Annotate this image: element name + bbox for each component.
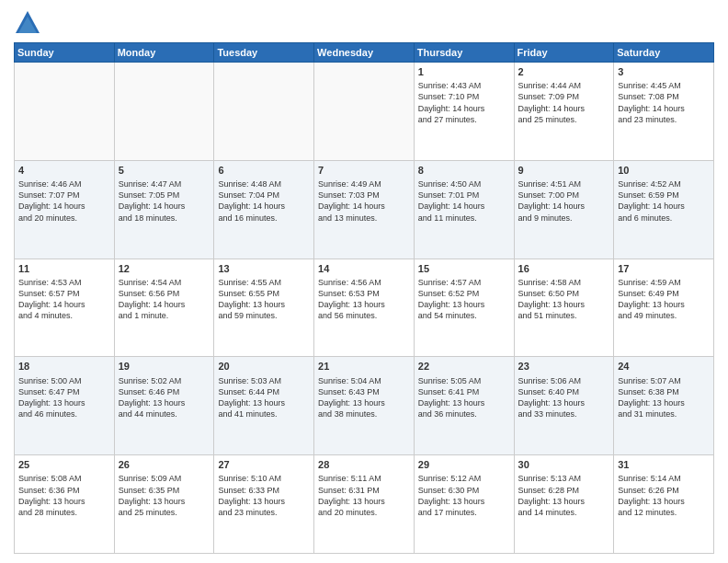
calendar-header-saturday: Saturday bbox=[614, 43, 714, 63]
day-number: 27 bbox=[218, 458, 310, 471]
header bbox=[14, 9, 714, 37]
day-info: Sunrise: 5:09 AM Sunset: 6:35 PM Dayligh… bbox=[119, 473, 210, 518]
day-info: Sunrise: 4:49 AM Sunset: 7:03 PM Dayligh… bbox=[318, 178, 410, 224]
calendar-cell: 6Sunrise: 4:48 AM Sunset: 7:04 PM Daylig… bbox=[214, 160, 314, 259]
day-number: 13 bbox=[218, 262, 310, 275]
calendar-cell: 14Sunrise: 4:56 AM Sunset: 6:53 PM Dayli… bbox=[314, 259, 415, 357]
day-number: 25 bbox=[18, 458, 110, 471]
calendar-cell: 4Sunrise: 4:46 AM Sunset: 7:07 PM Daylig… bbox=[15, 160, 115, 259]
day-number: 3 bbox=[618, 65, 710, 78]
calendar-table: SundayMondayTuesdayWednesdayThursdayFrid… bbox=[14, 42, 714, 554]
calendar-cell: 25Sunrise: 5:08 AM Sunset: 6:36 PM Dayli… bbox=[15, 455, 115, 554]
day-number: 1 bbox=[418, 65, 510, 78]
day-number: 21 bbox=[318, 360, 410, 373]
calendar-cell: 1Sunrise: 4:43 AM Sunset: 7:10 PM Daylig… bbox=[414, 63, 514, 161]
day-number: 30 bbox=[518, 458, 610, 471]
calendar-cell: 20Sunrise: 5:03 AM Sunset: 6:44 PM Dayli… bbox=[214, 357, 314, 455]
calendar-cell bbox=[114, 63, 214, 161]
calendar-header-wednesday: Wednesday bbox=[314, 43, 415, 63]
calendar-cell: 10Sunrise: 4:52 AM Sunset: 6:59 PM Dayli… bbox=[614, 160, 714, 259]
day-info: Sunrise: 5:03 AM Sunset: 6:44 PM Dayligh… bbox=[218, 375, 310, 420]
day-number: 23 bbox=[518, 360, 610, 373]
calendar-cell: 27Sunrise: 5:10 AM Sunset: 6:33 PM Dayli… bbox=[214, 455, 314, 554]
calendar-header-thursday: Thursday bbox=[414, 43, 514, 63]
calendar-cell: 2Sunrise: 4:44 AM Sunset: 7:09 PM Daylig… bbox=[514, 63, 614, 161]
calendar-cell: 17Sunrise: 4:59 AM Sunset: 6:49 PM Dayli… bbox=[614, 259, 714, 357]
day-info: Sunrise: 5:07 AM Sunset: 6:38 PM Dayligh… bbox=[618, 375, 710, 420]
day-info: Sunrise: 5:06 AM Sunset: 6:40 PM Dayligh… bbox=[518, 375, 610, 420]
day-info: Sunrise: 4:47 AM Sunset: 7:05 PM Dayligh… bbox=[119, 178, 210, 224]
calendar-cell: 5Sunrise: 4:47 AM Sunset: 7:05 PM Daylig… bbox=[114, 160, 214, 259]
day-number: 14 bbox=[318, 262, 410, 275]
calendar-cell: 9Sunrise: 4:51 AM Sunset: 7:00 PM Daylig… bbox=[514, 160, 614, 259]
day-number: 28 bbox=[318, 458, 410, 471]
calendar-cell bbox=[214, 63, 314, 161]
calendar-cell bbox=[314, 63, 415, 161]
page: SundayMondayTuesdayWednesdayThursdayFrid… bbox=[0, 0, 728, 563]
day-info: Sunrise: 5:11 AM Sunset: 6:31 PM Dayligh… bbox=[318, 473, 410, 518]
calendar-header-row: SundayMondayTuesdayWednesdayThursdayFrid… bbox=[15, 43, 714, 63]
calendar-cell: 23Sunrise: 5:06 AM Sunset: 6:40 PM Dayli… bbox=[514, 357, 614, 455]
day-info: Sunrise: 4:44 AM Sunset: 7:09 PM Dayligh… bbox=[518, 80, 610, 125]
day-number: 5 bbox=[119, 164, 210, 177]
day-number: 29 bbox=[418, 458, 510, 471]
calendar-header-sunday: Sunday bbox=[15, 43, 115, 63]
day-number: 19 bbox=[119, 360, 210, 373]
day-info: Sunrise: 4:59 AM Sunset: 6:49 PM Dayligh… bbox=[618, 277, 710, 322]
day-info: Sunrise: 4:54 AM Sunset: 6:56 PM Dayligh… bbox=[119, 277, 210, 322]
day-info: Sunrise: 5:08 AM Sunset: 6:36 PM Dayligh… bbox=[18, 473, 110, 518]
calendar-cell: 30Sunrise: 5:13 AM Sunset: 6:28 PM Dayli… bbox=[514, 455, 614, 554]
day-number: 24 bbox=[618, 360, 710, 373]
day-info: Sunrise: 5:13 AM Sunset: 6:28 PM Dayligh… bbox=[518, 473, 610, 518]
day-info: Sunrise: 4:51 AM Sunset: 7:00 PM Dayligh… bbox=[518, 178, 610, 224]
calendar-cell: 31Sunrise: 5:14 AM Sunset: 6:26 PM Dayli… bbox=[614, 455, 714, 554]
calendar-cell: 21Sunrise: 5:04 AM Sunset: 6:43 PM Dayli… bbox=[314, 357, 415, 455]
calendar-cell: 3Sunrise: 4:45 AM Sunset: 7:08 PM Daylig… bbox=[614, 63, 714, 161]
day-info: Sunrise: 4:55 AM Sunset: 6:55 PM Dayligh… bbox=[218, 277, 310, 322]
day-number: 10 bbox=[618, 164, 710, 177]
day-info: Sunrise: 4:58 AM Sunset: 6:50 PM Dayligh… bbox=[518, 277, 610, 322]
calendar-cell: 22Sunrise: 5:05 AM Sunset: 6:41 PM Dayli… bbox=[414, 357, 514, 455]
calendar-week-2: 4Sunrise: 4:46 AM Sunset: 7:07 PM Daylig… bbox=[15, 160, 714, 259]
day-info: Sunrise: 4:56 AM Sunset: 6:53 PM Dayligh… bbox=[318, 277, 410, 322]
day-number: 8 bbox=[418, 164, 510, 177]
calendar-cell: 29Sunrise: 5:12 AM Sunset: 6:30 PM Dayli… bbox=[414, 455, 514, 554]
calendar-cell: 28Sunrise: 5:11 AM Sunset: 6:31 PM Dayli… bbox=[314, 455, 415, 554]
calendar-week-1: 1Sunrise: 4:43 AM Sunset: 7:10 PM Daylig… bbox=[15, 63, 714, 161]
day-info: Sunrise: 4:48 AM Sunset: 7:04 PM Dayligh… bbox=[218, 178, 310, 224]
calendar-header-tuesday: Tuesday bbox=[214, 43, 314, 63]
day-number: 12 bbox=[119, 262, 210, 275]
day-number: 31 bbox=[618, 458, 710, 471]
day-info: Sunrise: 5:05 AM Sunset: 6:41 PM Dayligh… bbox=[418, 375, 510, 420]
calendar-cell: 18Sunrise: 5:00 AM Sunset: 6:47 PM Dayli… bbox=[15, 357, 115, 455]
day-info: Sunrise: 4:52 AM Sunset: 6:59 PM Dayligh… bbox=[618, 178, 710, 224]
calendar-cell: 26Sunrise: 5:09 AM Sunset: 6:35 PM Dayli… bbox=[114, 455, 214, 554]
day-number: 11 bbox=[18, 262, 110, 275]
day-number: 20 bbox=[218, 360, 310, 373]
day-info: Sunrise: 4:50 AM Sunset: 7:01 PM Dayligh… bbox=[418, 178, 510, 224]
calendar-cell bbox=[15, 63, 115, 161]
day-info: Sunrise: 5:00 AM Sunset: 6:47 PM Dayligh… bbox=[18, 375, 110, 420]
day-number: 6 bbox=[218, 164, 310, 177]
day-info: Sunrise: 4:57 AM Sunset: 6:52 PM Dayligh… bbox=[418, 277, 510, 322]
calendar-cell: 12Sunrise: 4:54 AM Sunset: 6:56 PM Dayli… bbox=[114, 259, 214, 357]
day-number: 2 bbox=[518, 65, 610, 78]
calendar-week-5: 25Sunrise: 5:08 AM Sunset: 6:36 PM Dayli… bbox=[15, 455, 714, 554]
calendar-header-monday: Monday bbox=[114, 43, 214, 63]
calendar-cell: 15Sunrise: 4:57 AM Sunset: 6:52 PM Dayli… bbox=[414, 259, 514, 357]
calendar-header-friday: Friday bbox=[514, 43, 614, 63]
day-number: 26 bbox=[119, 458, 210, 471]
calendar-cell: 13Sunrise: 4:55 AM Sunset: 6:55 PM Dayli… bbox=[214, 259, 314, 357]
day-number: 17 bbox=[618, 262, 710, 275]
calendar-cell: 11Sunrise: 4:53 AM Sunset: 6:57 PM Dayli… bbox=[15, 259, 115, 357]
calendar-cell: 19Sunrise: 5:02 AM Sunset: 6:46 PM Dayli… bbox=[114, 357, 214, 455]
day-info: Sunrise: 5:04 AM Sunset: 6:43 PM Dayligh… bbox=[318, 375, 410, 420]
calendar-week-3: 11Sunrise: 4:53 AM Sunset: 6:57 PM Dayli… bbox=[15, 259, 714, 357]
day-number: 18 bbox=[18, 360, 110, 373]
day-number: 15 bbox=[418, 262, 510, 275]
day-info: Sunrise: 4:45 AM Sunset: 7:08 PM Dayligh… bbox=[618, 80, 710, 125]
day-number: 16 bbox=[518, 262, 610, 275]
day-info: Sunrise: 5:14 AM Sunset: 6:26 PM Dayligh… bbox=[618, 473, 710, 518]
day-info: Sunrise: 4:43 AM Sunset: 7:10 PM Dayligh… bbox=[418, 80, 510, 125]
day-info: Sunrise: 5:12 AM Sunset: 6:30 PM Dayligh… bbox=[418, 473, 510, 518]
